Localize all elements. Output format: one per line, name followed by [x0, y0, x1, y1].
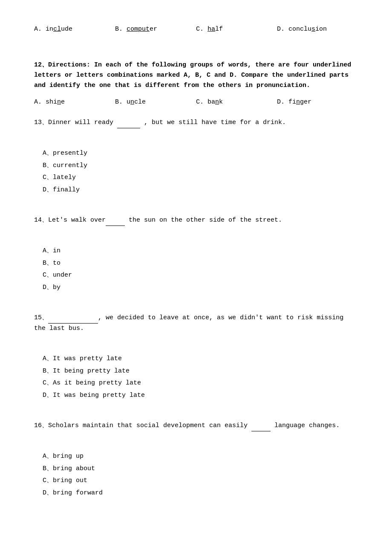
q11-c-underline: ha: [208, 26, 215, 33]
q12-d-underline: n: [296, 98, 300, 106]
q14-main: Let's walk over the sun on the other sid…: [48, 217, 282, 224]
q12-number: 12: [34, 61, 42, 69]
q12-separator: 、: [42, 61, 48, 69]
q12-text: 12、Directions: In each of the following …: [34, 60, 358, 91]
q15-number: 15: [34, 314, 42, 321]
q11-d-underline: s: [311, 26, 315, 33]
q12-option-b: B. uncle: [115, 98, 196, 106]
q11-answer-row: A. include B. computer C. half D. conclu…: [34, 26, 358, 33]
q13-choice-d: D、finally: [43, 184, 358, 197]
q16-choices: A、bring up B、bring about C、bring out D、b…: [43, 451, 358, 499]
q12-option-d: D. finger: [277, 98, 358, 106]
q14-text: 14、Let's walk over the sun on the other …: [34, 215, 358, 226]
q13-blank: [117, 118, 140, 128]
q15-choices: A、It was pretty late B、It being pretty l…: [43, 353, 358, 402]
q16-choice-d: D、bring forward: [43, 487, 358, 500]
q16-choice-b: B、bring about: [43, 463, 358, 475]
q14-number: 14: [34, 217, 42, 224]
q14-choice-d: D、by: [43, 282, 358, 294]
question-13: 13、Dinner will ready , but we still have…: [34, 118, 358, 196]
q16-choice-a: A、bring up: [43, 451, 358, 463]
q15-choice-b: B、It being pretty late: [43, 365, 358, 378]
q16-number: 16: [34, 422, 42, 429]
q11-option-a: A. include: [34, 26, 115, 33]
q16-text: 16、Scholars maintain that social develop…: [34, 421, 358, 431]
q15-blank: [48, 313, 98, 324]
q13-sep: 、: [42, 119, 48, 126]
q12-b-underline: n: [130, 98, 134, 106]
q11-option-c: C. half: [196, 26, 277, 33]
q11-option-b: B. computer: [115, 26, 196, 33]
q13-choice-a: A、presently: [43, 147, 358, 160]
q13-choice-c: C、lately: [43, 172, 358, 184]
q15-choice-c: C、As it being pretty late: [43, 377, 358, 390]
question-16: 16、Scholars maintain that social develop…: [34, 421, 358, 499]
q14-blank: [106, 215, 125, 226]
q13-number: 13: [34, 119, 42, 126]
q15-sep: 、: [42, 314, 48, 321]
q11-a-underline: cl: [53, 26, 61, 33]
q14-sep: 、: [42, 217, 48, 224]
q14-choice-c: C、under: [43, 269, 358, 282]
q13-text: 13、Dinner will ready , but we still have…: [34, 118, 358, 128]
q15-choice-d: D、It was being pretty late: [43, 390, 358, 402]
q16-main: Scholars maintain that social developmen…: [48, 422, 340, 429]
q11-option-d: D. conclusion: [277, 26, 358, 33]
q15-choice-a: A、It was pretty late: [43, 353, 358, 365]
q13-main: Dinner will ready , but we still have ti…: [48, 119, 286, 126]
q12-c-underline: n: [215, 98, 219, 106]
q16-choice-c: C、bring out: [43, 475, 358, 487]
q14-choice-a: A、in: [43, 245, 358, 257]
q13-choice-b: B、currently: [43, 160, 358, 172]
q12-answer-row: A. shine B. uncle C. bank D. finger: [34, 98, 358, 106]
q12-option-a: A. shine: [34, 98, 115, 106]
q11-b-underline: comput: [127, 26, 150, 33]
question-15: 15、 , we decided to leave at once, as we…: [34, 313, 358, 402]
q14-choice-b: B、to: [43, 257, 358, 270]
q15-text: 15、 , we decided to leave at once, as we…: [34, 313, 358, 334]
q12-option-c: C. bank: [196, 98, 277, 106]
q16-sep: 、: [42, 422, 48, 429]
q14-choices: A、in B、to C、under D、by: [43, 245, 358, 294]
q15-main: , we decided to leave at once, as we did…: [34, 314, 343, 332]
question-14: 14、Let's walk over the sun on the other …: [34, 215, 358, 294]
q12-directions: Directions: In each of the following gro…: [34, 61, 351, 89]
q13-choices: A、presently B、currently C、lately D、final…: [43, 147, 358, 196]
question-12: 12、Directions: In each of the following …: [34, 60, 358, 106]
q16-blank: [251, 421, 271, 431]
q12-a-underline: n: [57, 98, 61, 106]
